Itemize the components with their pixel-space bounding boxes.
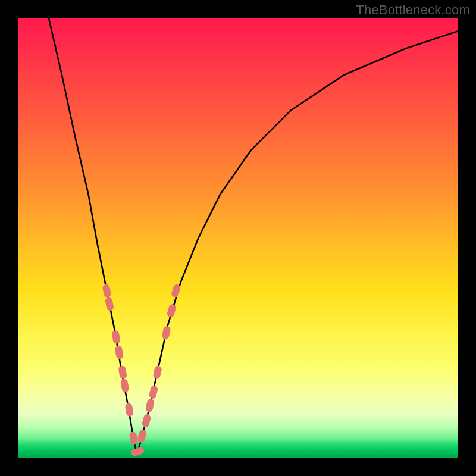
marker-lozenge [149,385,158,399]
marker-lozenge [142,414,152,428]
curve-path [49,18,458,454]
marker-lozenge [152,365,162,380]
marker-lozenge [124,403,134,417]
chart-frame: TheBottleneck.com [0,0,476,476]
marker-lozenge [120,378,130,393]
plot-area [18,18,458,458]
marker-lozenge [114,346,123,360]
marker-lozenge [145,398,155,412]
watermark-text: TheBottleneck.com [356,2,470,18]
marker-lozenge [166,303,177,318]
marker-lozenge [137,429,147,443]
marker-lozenge [111,330,121,345]
marker-lozenge [130,446,145,457]
bottleneck-curve [49,18,458,454]
marker-lozenge [118,365,127,380]
marker-lozenge [105,297,114,311]
marker-lozenge [161,325,171,340]
marker-lozenge [129,431,139,446]
highlighted-markers [102,284,181,458]
marker-lozenge [102,284,111,298]
chart-overlay-svg [18,18,458,458]
